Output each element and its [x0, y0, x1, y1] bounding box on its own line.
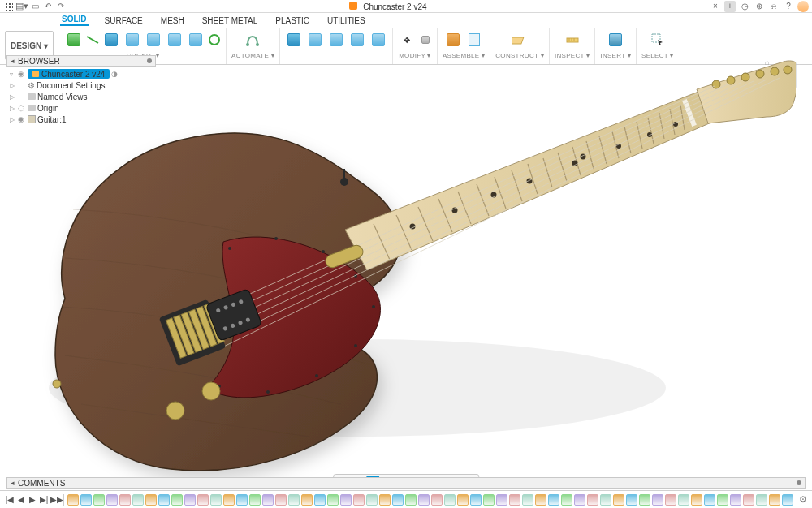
new-sketch-icon[interactable]	[65, 31, 83, 49]
timeline-feature[interactable]	[93, 494, 105, 506]
timeline-feature[interactable]	[80, 494, 92, 506]
timeline-feature[interactable]	[301, 494, 313, 506]
timeline-feature[interactable]	[119, 494, 131, 506]
timeline-feature[interactable]	[652, 494, 663, 506]
timeline-feature[interactable]	[743, 494, 754, 506]
fillet-icon[interactable]	[306, 31, 324, 49]
timeline-feature[interactable]	[574, 494, 585, 506]
browser-item-guitar[interactable]: ▷◉ Guitar:1	[6, 114, 156, 125]
timeline-feature[interactable]	[613, 494, 624, 506]
timeline-feature[interactable]	[457, 494, 469, 506]
undo-icon[interactable]: ↶	[42, 1, 54, 12]
browser-item-origin[interactable]: ▷◌ Origin	[6, 102, 156, 114]
timeline-feature[interactable]	[639, 494, 650, 506]
timeline-feature[interactable]	[223, 494, 235, 506]
timeline-feature[interactable]	[431, 494, 443, 506]
timeline-feature[interactable]	[483, 494, 495, 506]
select-icon[interactable]	[649, 31, 667, 49]
timeline-feature[interactable]	[184, 494, 196, 506]
move-icon[interactable]: ✥	[398, 31, 416, 49]
automate-icon[interactable]	[244, 31, 261, 49]
timeline-feature[interactable]	[340, 494, 352, 506]
sketch-line-icon[interactable]	[86, 33, 99, 46]
timeline-feature[interactable]	[288, 494, 300, 506]
timeline-feature[interactable]	[158, 494, 170, 506]
help-icon[interactable]: ?	[783, 1, 794, 12]
comments-panel-header[interactable]: ◂ COMMENTS	[6, 477, 806, 489]
timeline-features[interactable]	[67, 494, 794, 506]
timeline-feature[interactable]	[145, 494, 157, 506]
timeline-feature[interactable]	[405, 494, 417, 506]
timeline-step-fwd-icon[interactable]: ▶|	[39, 495, 49, 504]
timeline-feature[interactable]	[470, 494, 482, 506]
timeline-feature[interactable]	[197, 494, 209, 506]
timeline-feature[interactable]	[132, 494, 144, 506]
measure-icon[interactable]	[564, 31, 581, 49]
tab-plastic[interactable]: PLASTIC	[274, 16, 311, 26]
construct-plane-icon[interactable]	[511, 31, 529, 49]
as-built-joint-icon[interactable]	[465, 31, 483, 49]
timeline-feature[interactable]	[171, 494, 183, 506]
redo-icon[interactable]: ↷	[55, 1, 67, 12]
timeline-feature[interactable]	[600, 494, 611, 506]
tab-sheet-metal[interactable]: SHEET METAL	[201, 16, 260, 26]
timeline-feature[interactable]	[379, 494, 391, 506]
timeline-feature[interactable]	[587, 494, 598, 506]
insert-icon[interactable]	[607, 31, 624, 49]
browser-root-node[interactable]: ▿◉ Chuncaster 2 v24 ◑	[6, 68, 156, 80]
browser-header[interactable]: ◂ BROWSER	[6, 55, 156, 67]
new-tab-icon[interactable]: +	[724, 1, 736, 12]
timeline-feature[interactable]	[444, 494, 456, 506]
align-icon[interactable]	[419, 33, 432, 46]
timeline-settings-icon[interactable]: ⚙	[799, 494, 807, 505]
timeline-feature[interactable]	[366, 494, 378, 506]
extrude-icon[interactable]	[102, 31, 120, 49]
timeline-feature[interactable]	[522, 494, 533, 506]
timeline-feature[interactable]	[249, 494, 261, 506]
timeline-play-icon[interactable]: ▶	[28, 495, 37, 504]
timeline-feature[interactable]	[210, 494, 222, 506]
timeline-feature[interactable]	[704, 494, 715, 506]
file-menu-icon[interactable]: ▤▾	[16, 1, 28, 12]
timeline-end-icon[interactable]: ▶▶	[50, 495, 60, 504]
timeline-feature[interactable]	[353, 494, 365, 506]
timeline-feature[interactable]	[509, 494, 520, 506]
app-grid-icon[interactable]	[3, 1, 15, 12]
timeline-feature[interactable]	[769, 494, 780, 506]
timeline-feature[interactable]	[678, 494, 689, 506]
notifications-icon[interactable]: ⍾	[768, 1, 780, 12]
timeline-feature[interactable]	[275, 494, 287, 506]
timeline-feature[interactable]	[106, 494, 118, 506]
loft-icon[interactable]	[166, 31, 184, 49]
emboss-icon[interactable]	[187, 31, 205, 49]
timeline-step-back-icon[interactable]: ◀	[16, 495, 26, 504]
browser-item-named-views[interactable]: ▷ Named Views	[6, 91, 156, 102]
timeline-feature[interactable]	[418, 494, 430, 506]
timeline-feature[interactable]	[314, 494, 326, 506]
timeline-feature[interactable]	[535, 494, 546, 506]
timeline-feature[interactable]	[67, 494, 79, 506]
timeline-feature[interactable]	[327, 494, 339, 506]
timeline-feature[interactable]	[626, 494, 637, 506]
timeline-feature[interactable]	[717, 494, 728, 506]
tab-mesh[interactable]: MESH	[159, 16, 186, 26]
job-status-icon[interactable]: ⊕	[754, 1, 765, 12]
timeline-feature[interactable]	[262, 494, 274, 506]
extensions-icon[interactable]: ◷	[739, 1, 750, 12]
timeline-feature[interactable]	[548, 494, 559, 506]
timeline-feature[interactable]	[782, 494, 793, 506]
tab-surface[interactable]: SURFACE	[103, 16, 145, 26]
tab-close-icon[interactable]: ×	[710, 1, 721, 12]
press-pull-icon[interactable]	[285, 31, 303, 49]
save-icon[interactable]: ▭	[29, 1, 41, 12]
timeline-feature[interactable]	[756, 494, 767, 506]
timeline-feature[interactable]	[236, 494, 248, 506]
timeline-feature[interactable]	[496, 494, 508, 506]
browser-item-document-settings[interactable]: ▷ ⚙ Document Settings	[6, 80, 156, 91]
user-avatar[interactable]	[797, 1, 809, 12]
timeline-start-icon[interactable]: |◀	[5, 495, 15, 504]
timeline-feature[interactable]	[561, 494, 572, 506]
hole-icon[interactable]	[208, 33, 221, 46]
sweep-icon[interactable]	[145, 31, 162, 49]
timeline-feature[interactable]	[392, 494, 404, 506]
